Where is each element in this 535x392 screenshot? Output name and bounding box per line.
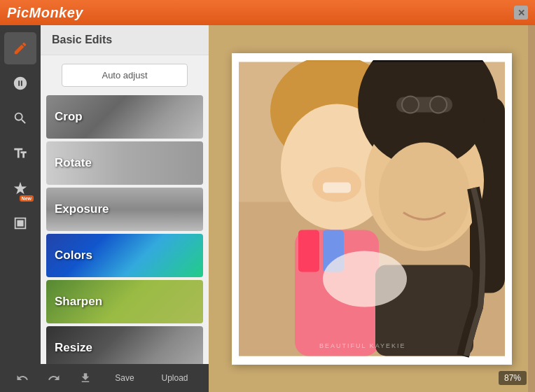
sidebar-item-overlay[interactable]: New xyxy=(4,172,36,204)
edit-item-crop[interactable]: Crop xyxy=(46,95,203,139)
zoom-indicator: 87% xyxy=(499,371,527,385)
sharpen-label: Sharpen xyxy=(55,295,102,309)
title-bar: PicMonkey ✕ xyxy=(0,0,535,25)
edit-item-exposure[interactable]: Exposure xyxy=(46,188,203,231)
undo-button[interactable] xyxy=(15,370,30,386)
colors-label: Colors xyxy=(55,248,92,262)
auto-adjust-button[interactable]: Auto adjust xyxy=(62,64,188,87)
resize-label: Resize xyxy=(55,341,92,355)
sidebar-item-touchup[interactable] xyxy=(4,102,36,134)
app-logo: PicMonkey xyxy=(7,5,83,21)
edit-item-colors[interactable]: Colors xyxy=(46,234,203,277)
exposure-label: Exposure xyxy=(55,202,109,216)
save-button[interactable]: Save xyxy=(109,370,139,386)
download-button[interactable] xyxy=(78,370,93,386)
canvas-area: BEAUTIFUL KAYEKIE 87% xyxy=(209,25,535,392)
crop-label: Crop xyxy=(55,110,83,124)
svg-rect-19 xyxy=(239,62,505,356)
upload-button[interactable]: Upload xyxy=(156,370,194,386)
sidebar-item-text[interactable] xyxy=(4,137,36,169)
panel-title: Basic Edits xyxy=(41,25,209,55)
rotate-label: Rotate xyxy=(55,156,92,170)
edit-item-resize[interactable]: Resize xyxy=(46,326,203,370)
sidebar-item-frames[interactable] xyxy=(4,207,36,239)
new-badge: New xyxy=(20,195,34,202)
edit-item-sharpen[interactable]: Sharpen xyxy=(46,280,203,323)
close-button[interactable]: ✕ xyxy=(514,6,528,20)
redo-button[interactable] xyxy=(46,370,62,386)
bottom-toolbar: Save Upload xyxy=(0,364,209,392)
svg-text:BEAUTIFUL KAYEKIE: BEAUTIFUL KAYEKIE xyxy=(319,342,406,349)
photo-svg: BEAUTIFUL KAYEKIE xyxy=(239,60,505,358)
sidebar-item-effects[interactable] xyxy=(4,67,36,99)
photo-inner: BEAUTIFUL KAYEKIE xyxy=(239,60,505,358)
edit-list: Crop Rotate Exposure Colors Sharpen xyxy=(41,95,209,392)
main-layout: New Basic Edits Auto adjust Crop Rotate … xyxy=(0,25,535,392)
right-scrollbar[interactable] xyxy=(528,25,535,392)
photo-frame: BEAUTIFUL KAYEKIE xyxy=(232,53,512,365)
icon-bar: New xyxy=(0,25,41,392)
sidebar-item-basic-edits[interactable] xyxy=(4,32,36,64)
edit-panel: Basic Edits Auto adjust Crop Rotate Expo… xyxy=(41,25,209,392)
edit-item-rotate[interactable]: Rotate xyxy=(46,141,203,185)
